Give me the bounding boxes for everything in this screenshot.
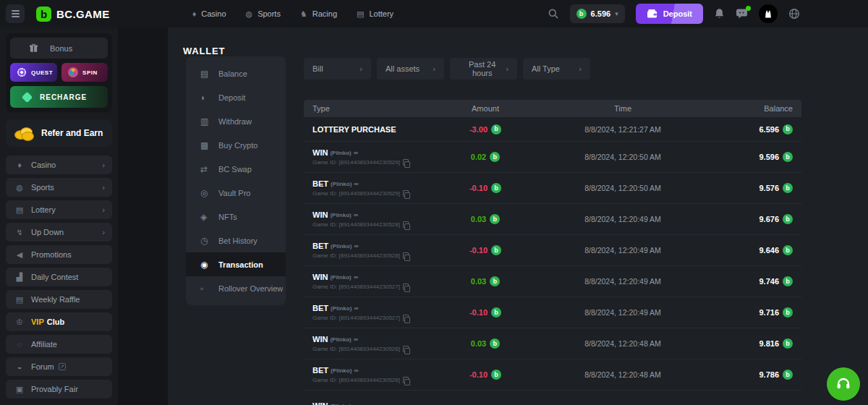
recharge-button[interactable]: RECHARGE [10,86,108,108]
link-icon[interactable]: ∞ [354,304,358,312]
bc-coin-icon: b [490,152,500,162]
table-row: LOTTERY PURCHASE -3.00 b [304,117,801,142]
link-icon[interactable]: ∞ [354,149,358,156]
sidebar-menu-item[interactable]: ♔ VIP Club [6,312,112,331]
balance-pill[interactable]: b 6.596 ▾ [570,4,625,23]
link-icon[interactable]: ∞ [354,273,358,281]
wallet-nav-item[interactable]: ◎ Vault Pro [186,181,286,205]
sidebar-menu-item[interactable]: ▣ Provably Fair [6,380,112,398]
bc-coin-icon: b [576,9,587,19]
tx-game-id: Game ID: [891440893444230528] [312,252,400,259]
quest-button[interactable]: QUEST [10,63,57,82]
copy-icon[interactable] [403,221,409,228]
menu-label: Sports [31,183,54,192]
sidebar-menu-item[interactable]: ↯ Up Down › [6,223,112,242]
bc-coin-icon: b [490,276,500,286]
wallet-nav-item[interactable]: ⇄ BC Swap [186,157,286,181]
tx-time: 8/8/2024, 12:20:49 AM [584,215,661,223]
chevron-right-icon: › [506,64,509,73]
bc-coin-icon: b [491,124,501,135]
wallet-nav-label: BC Swap [218,165,252,174]
link-icon[interactable]: ∞ [354,336,358,343]
link-icon[interactable]: ∞ [354,402,358,405]
tx-type: BET [312,366,328,375]
sidebar-menu-item[interactable]: ◒ Forum ↗ [6,357,112,376]
bc-coin-icon: b [783,124,793,135]
sidebar-menu-item[interactable]: ◍ Sports › [6,178,112,197]
copy-icon[interactable] [403,159,409,166]
link-icon[interactable]: ∞ [354,180,358,187]
wallet-nav-item[interactable]: ▫ Rollover Overview [186,276,286,300]
refer-and-earn-button[interactable]: Refer and Earn [6,119,112,147]
globe-language-icon[interactable] [788,8,800,20]
bc-coin-icon: b [783,183,793,193]
sidebar-menu-item[interactable]: ▤ Weekly Raffle [6,290,112,309]
menu-toggle-button[interactable] [6,4,25,23]
wallet-nav-item[interactable]: ▥ Withdraw [186,109,286,133]
wallet-nav-item[interactable]: ◈ NFTs [186,205,286,229]
bet-history-clock-icon: ◷ [200,236,212,245]
filter-dropdown[interactable]: Past 24 hours › [450,58,517,80]
deposit-button[interactable]: Deposit [636,4,703,24]
filter-dropdown[interactable]: Bill › [304,58,371,80]
wallet-nav: ▤ Balance ◗ Deposit ▥ Withdraw ▩ Buy Cry… [186,56,286,305]
sidebar-menu-item[interactable]: ◀ Promotions [6,245,112,264]
withdraw-icon: ▥ [200,117,212,126]
tx-time: 8/8/2024, 12:20:50 AM [584,153,661,161]
copy-icon[interactable] [403,190,409,197]
avatar[interactable] [759,4,778,23]
sidebar-menu-item[interactable]: ▤ Lottery › [6,200,112,219]
sidebar-menu-item[interactable]: ♦ Casino › [6,155,112,174]
deposit-piggy-icon: ◗ [200,93,212,102]
topnav-item[interactable]: ▤ Lottery [357,9,393,18]
wallet-nav-item[interactable]: ◉ Transaction [186,252,286,276]
menu-label: Forum [31,362,54,371]
topnav-item[interactable]: ◍ Sports [246,9,281,18]
tx-type: WIN [312,148,328,157]
tx-amount: -0.10 b [469,307,501,317]
logo-text: BC.GAME [56,8,110,20]
copy-icon[interactable] [403,377,409,383]
wallet-nav-label: NFTs [218,213,237,221]
copy-icon[interactable] [403,284,409,290]
bc-coin-icon: b [783,307,793,317]
logo[interactable]: b BC.GAME [36,7,110,22]
bc-coin-icon: b [491,183,501,193]
tx-type: BET [312,242,328,250]
wallet-nav-item[interactable]: ▩ Buy Crypto [186,133,286,157]
chat-button[interactable] [736,8,748,20]
spin-wheel-icon [68,67,78,77]
wallet-nav-item[interactable]: ◗ Deposit [186,85,286,109]
copy-icon[interactable] [403,252,409,259]
link-icon[interactable]: ∞ [354,242,358,250]
bc-coin-icon: b [783,152,793,162]
link-icon[interactable]: ∞ [354,211,358,218]
filter-dropdown[interactable]: All Type › [523,58,590,80]
bc-coin-icon: b [490,214,500,224]
gold-coins-icon [14,127,33,139]
topnav-item[interactable]: ♦ Casino [192,9,226,18]
bcgame-logo-icon: b [36,7,51,22]
live-support-button[interactable] [827,367,860,401]
spin-button[interactable]: SPIN [61,63,108,82]
chevron-right-icon: › [102,205,105,214]
wallet-nav-label: Deposit [218,93,245,102]
chevron-right-icon: › [579,64,582,73]
tx-balance: 9.816 b [759,338,793,349]
tx-amount: 0.02 b [471,152,500,162]
copy-icon[interactable] [403,346,409,352]
wallet-nav-item[interactable]: ▤ Balance [186,61,286,85]
copy-icon[interactable] [403,315,409,321]
tx-game: (Plinko) [331,305,352,312]
bonus-button[interactable]: Bonus [10,38,108,59]
notifications-bell-icon[interactable] [714,8,725,20]
search-icon[interactable] [548,8,559,20]
tx-type: WIN [312,273,328,281]
table-row: BET (Plinko) ∞ Game ID: [891440893444230… [304,173,801,204]
wallet-nav-item[interactable]: ◷ Bet History [186,229,286,252]
sidebar-menu-item[interactable]: ◌ Affiliate [6,335,112,354]
filter-dropdown[interactable]: All assets › [377,58,444,80]
link-icon[interactable]: ∞ [354,367,358,374]
sidebar-menu-item[interactable]: ▟ Daily Contest [6,268,112,286]
topnav-item[interactable]: ♞ Racing [300,9,337,18]
